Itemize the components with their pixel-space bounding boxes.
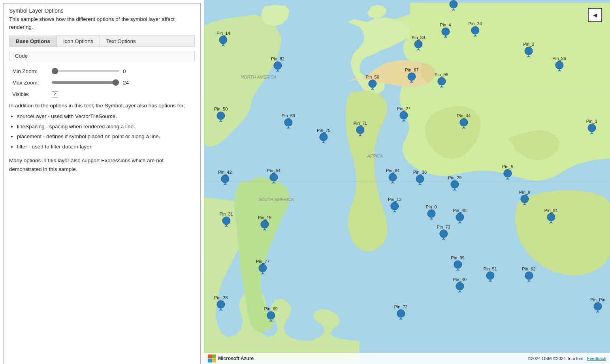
pin-pin_99[interactable]: Pin_99 — [451, 255, 464, 271]
tab-icon-options[interactable]: Icon Options — [57, 36, 100, 47]
pin-pin_95[interactable]: Pin_95 — [435, 72, 448, 88]
svg-point-44 — [217, 300, 225, 308]
back-button[interactable]: ◀ — [588, 8, 602, 22]
pin-pin_54[interactable]: Pin_54 — [267, 168, 281, 184]
subtab-code[interactable]: Code — [9, 51, 194, 61]
pin-icon — [450, 180, 459, 191]
pin-label: Pin_28 — [214, 295, 228, 300]
pin-pin_0[interactable]: Pin_0 — [426, 205, 437, 220]
pin-pin_42[interactable]: Pin_42 — [218, 170, 232, 186]
tab-text-options[interactable]: Text Options — [100, 36, 142, 47]
pin-icon — [520, 195, 529, 206]
pin-pin_86[interactable]: Pin_86 — [552, 56, 566, 72]
pin-pin_72[interactable]: Pin_72 — [394, 304, 407, 320]
pin-pin_27[interactable]: Pin_27 — [397, 106, 410, 122]
pin-pin_73[interactable]: Pin_73 — [437, 225, 450, 240]
max-zoom-row: Max Zoom: 24 — [12, 80, 195, 86]
min-zoom-slider[interactable] — [52, 70, 119, 72]
pin-pin_62[interactable]: Pin_62 — [522, 266, 535, 282]
svg-point-7 — [450, 0, 458, 8]
pin-pin_51[interactable]: Pin_51 — [484, 266, 497, 282]
pin-pin_91[interactable]: Pin_91 — [544, 208, 558, 224]
back-icon: ◀ — [593, 12, 597, 18]
pin-pin_9[interactable]: Pin_9 — [519, 190, 530, 206]
svg-point-38 — [261, 220, 269, 228]
max-zoom-slider[interactable] — [52, 81, 119, 84]
pin-pin_2[interactable]: Pin_2 — [523, 42, 534, 58]
tab-base-options[interactable]: Base Options — [9, 36, 57, 47]
pin-pin_44[interactable]: Pin_44 — [457, 113, 471, 129]
pin-label: Pin_83 — [412, 35, 425, 40]
pin-pin_75[interactable]: Pin_75 — [317, 128, 330, 144]
pin-pin_40[interactable]: Pin_40 — [453, 277, 466, 293]
max-zoom-label: Max Zoom: — [12, 80, 48, 86]
pin-pin_83[interactable]: Pin_83 — [412, 35, 425, 51]
svg-point-11 — [471, 26, 479, 34]
pin-icon — [368, 79, 377, 90]
subtab-container: Code — [9, 51, 195, 61]
pin-icon — [459, 118, 468, 129]
pin-icon — [486, 271, 495, 282]
info-item-0: sourceLayer - used with VectorTileSource… — [17, 112, 195, 121]
info-paragraph: In addition to the options in this tool,… — [9, 101, 195, 110]
feedback-link[interactable]: Feedback — [587, 356, 606, 361]
pin-label: Pin_14 — [217, 31, 230, 36]
svg-point-24 — [588, 124, 596, 132]
pin-icon — [439, 229, 448, 240]
pin-icon — [356, 126, 365, 137]
pin-pin_82[interactable]: Pin_82 — [271, 56, 284, 72]
pin-pin_56[interactable]: Pin_56 — [365, 75, 379, 90]
pin-pin_67[interactable]: Pin_67 — [405, 68, 418, 83]
svg-point-33 — [391, 202, 399, 210]
pin-pin_53[interactable]: Pin_53 — [282, 113, 295, 129]
pin-pin_1[interactable]: Pin_1 — [586, 119, 597, 135]
pin-pin_71[interactable]: Pin_71 — [354, 121, 367, 137]
pin-pin_pin[interactable]: Pin_Pin — [590, 297, 605, 313]
footer-right: ©2024 OSM ©2024 TomTom Feedback — [528, 356, 606, 361]
pin-icon — [269, 173, 278, 184]
pin-pin_13[interactable]: Pin_13 — [388, 197, 401, 213]
info-list: sourceLayer - used with VectorTileSource… — [17, 112, 195, 151]
pin-pin_15[interactable]: Pin_15 — [258, 215, 271, 231]
pin-label: Pin_71 — [354, 121, 367, 126]
min-zoom-label: Min Zoom: — [12, 68, 48, 74]
azure-logo-group: Microsoft Azure — [208, 355, 254, 362]
svg-point-46 — [397, 310, 405, 317]
pin-label: Pin_40 — [453, 277, 466, 282]
info-text: In addition to the options in this tool,… — [9, 101, 195, 153]
svg-point-8 — [219, 36, 227, 44]
pin-pin_14[interactable]: Pin_14 — [217, 31, 230, 47]
pin-pin_5[interactable]: Pin_5 — [502, 164, 513, 180]
svg-point-43 — [259, 264, 267, 272]
pin-pin_28[interactable]: Pin_28 — [214, 295, 228, 311]
svg-point-17 — [437, 77, 445, 85]
pin-pin_35[interactable]: Pin_35 — [447, 0, 460, 11]
pin-icon — [399, 111, 408, 122]
svg-point-31 — [521, 195, 529, 203]
min-zoom-row: Min Zoom: 0 — [12, 68, 195, 74]
pin-pin_48[interactable]: Pin_48 — [453, 208, 466, 224]
pin-pin_29[interactable]: Pin_29 — [448, 175, 461, 191]
pin-icon — [555, 61, 563, 72]
pin-pin_77[interactable]: Pin_77 — [256, 259, 269, 275]
panel-title: Symbol Layer Options — [9, 8, 195, 14]
logo-square-yellow — [212, 359, 216, 363]
svg-point-36 — [440, 230, 448, 238]
pin-icon — [407, 72, 416, 83]
pin-pin_4[interactable]: Pin_4 — [440, 23, 451, 38]
visible-checkbox[interactable] — [52, 91, 58, 98]
pin-pin_24[interactable]: Pin_24 — [469, 21, 482, 37]
svg-point-41 — [456, 282, 464, 290]
pin-label: Pin_54 — [267, 168, 281, 173]
map-container[interactable]: NORTH AMERICA SOUTH AMERICA AFRICA Pin_3… — [204, 0, 610, 364]
pin-pin_50[interactable]: Pin_50 — [214, 107, 228, 122]
pin-pin_84[interactable]: Pin_84 — [386, 168, 399, 184]
pin-pin_31[interactable]: Pin_31 — [219, 212, 233, 227]
pin-icon — [449, 0, 458, 11]
pin-pin_69[interactable]: Pin_69 — [264, 306, 277, 322]
pin-icon — [258, 264, 267, 275]
pin-label: Pin_Pin — [590, 297, 605, 302]
pin-icon — [456, 213, 464, 224]
pin-pin_38[interactable]: Pin_38 — [413, 170, 427, 186]
pin-icon — [220, 174, 229, 186]
